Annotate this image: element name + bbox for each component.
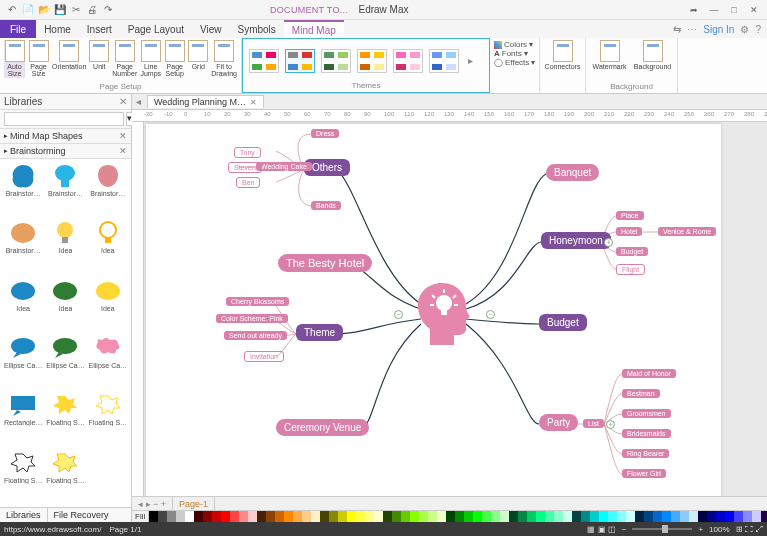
node-hm-hotel[interactable]: Hotel [616, 227, 642, 236]
shape-idea-5[interactable]: Idea [88, 277, 128, 332]
color-swatch[interactable] [599, 511, 608, 522]
zoom-in-icon[interactable]: + [698, 525, 703, 534]
color-swatch[interactable] [581, 511, 590, 522]
color-swatch[interactable] [158, 511, 167, 522]
node-venice[interactable]: Venice & Rome [658, 227, 716, 236]
tab-page-layout[interactable]: Page Layout [120, 20, 192, 38]
color-swatch[interactable] [698, 511, 707, 522]
color-swatch[interactable] [392, 511, 401, 522]
fonts-dropdown[interactable]: AFonts▾ [494, 49, 528, 58]
page-tab-nav[interactable]: ◂ ▸ − + [132, 497, 173, 510]
color-swatch[interactable] [725, 511, 734, 522]
status-view-icons[interactable]: ▦ ▣ ◫ [587, 525, 615, 534]
color-swatch[interactable] [617, 511, 626, 522]
fit-to-drawing-button[interactable]: Fit to Drawing [211, 40, 237, 78]
color-swatch[interactable] [347, 511, 356, 522]
node-theme[interactable]: Theme [296, 324, 343, 341]
signin-link[interactable]: Sign In [703, 24, 734, 35]
theme-3[interactable] [321, 49, 351, 73]
document-tab[interactable]: Wedding Planning M… ✕ [147, 95, 264, 108]
tab-symbols[interactable]: Symbols [230, 20, 284, 38]
qat-print-icon[interactable]: 🖨 [86, 4, 98, 16]
status-right-icons[interactable]: ⊞ ⛶ ⤢ [736, 525, 763, 534]
tab-mind-map[interactable]: Mind Map [284, 20, 344, 38]
shape-rect-1[interactable]: Rectangle… [3, 391, 43, 446]
theme-4[interactable] [357, 49, 387, 73]
color-swatch[interactable] [239, 511, 248, 522]
node-tony[interactable]: Tony [234, 147, 261, 158]
node-steven[interactable]: Steven [228, 162, 262, 173]
color-swatch[interactable] [761, 511, 767, 522]
zoom-slider[interactable] [632, 528, 692, 530]
shape-brain-1[interactable]: Brainstor… [3, 162, 43, 217]
node-venue[interactable]: Ceremony Venue [276, 419, 369, 436]
library-close-icon[interactable]: ✕ [119, 96, 127, 107]
color-swatch[interactable] [194, 511, 203, 522]
connectors-button[interactable]: Connectors [544, 40, 581, 70]
share-icon[interactable]: ➦ [685, 5, 703, 15]
node-hm-budget[interactable]: Budget [616, 247, 648, 256]
color-swatch[interactable] [545, 511, 554, 522]
shape-ellipse-3[interactable]: Ellipse Ca… [88, 334, 128, 389]
color-swatch[interactable] [428, 511, 437, 522]
color-swatch[interactable] [491, 511, 500, 522]
color-swatch[interactable] [320, 511, 329, 522]
maximize-icon[interactable]: □ [725, 5, 743, 15]
tab-home[interactable]: Home [36, 20, 79, 38]
page-setup-button[interactable]: Page Setup [164, 40, 185, 78]
node-cherry[interactable]: Cherry Blossoms [226, 297, 289, 306]
color-swatch[interactable] [473, 511, 482, 522]
shape-float-1[interactable]: Floating S… [45, 391, 85, 446]
color-swatch[interactable] [212, 511, 221, 522]
color-swatch[interactable] [203, 511, 212, 522]
node-flight[interactable]: Flight [616, 264, 645, 275]
minimize-icon[interactable]: — [705, 5, 723, 15]
color-swatch[interactable] [365, 511, 374, 522]
grid-button[interactable]: Grid [188, 40, 208, 70]
drawing-page[interactable]: Others Dress Tony Wedding Cake Steven Be… [146, 124, 721, 496]
color-swatch[interactable] [293, 511, 302, 522]
node-hotel[interactable]: The Besty Hotel [278, 254, 372, 272]
lib-cat-mindmap[interactable]: ▸Mind Map Shapes✕ [0, 129, 131, 144]
node-invitation[interactable]: Invitation [244, 351, 284, 362]
orientation-button[interactable]: Orientation [52, 40, 86, 70]
color-swatch[interactable] [554, 511, 563, 522]
theme-1[interactable] [249, 49, 279, 73]
color-swatch[interactable] [662, 511, 671, 522]
theme-6[interactable] [429, 49, 459, 73]
node-bands[interactable]: Bands [311, 201, 341, 210]
shape-brain-3[interactable]: Brainstor… [88, 162, 128, 217]
color-swatch[interactable] [437, 511, 446, 522]
color-swatch[interactable] [752, 511, 761, 522]
library-search-input[interactable] [4, 112, 124, 126]
scrollbar-horizontal[interactable] [215, 497, 767, 510]
node-sendout[interactable]: Send out already [224, 331, 287, 340]
settings-icon[interactable]: ⚙ [740, 24, 749, 35]
color-swatch[interactable] [446, 511, 455, 522]
document-tab-close-icon[interactable]: ✕ [250, 98, 257, 107]
theme-5[interactable] [393, 49, 423, 73]
color-swatch[interactable] [338, 511, 347, 522]
color-swatch[interactable] [743, 511, 752, 522]
shape-idea-2[interactable]: Idea [88, 219, 128, 274]
color-swatch[interactable] [401, 511, 410, 522]
color-swatch[interactable] [284, 511, 293, 522]
qat-undo-icon[interactable]: ↶ [6, 4, 18, 16]
color-swatch[interactable] [716, 511, 725, 522]
color-swatch[interactable] [410, 511, 419, 522]
qat-save-icon[interactable]: 💾 [54, 4, 66, 16]
color-swatch[interactable] [644, 511, 653, 522]
color-swatch[interactable] [536, 511, 545, 522]
color-swatch[interactable] [482, 511, 491, 522]
expand-handle-list[interactable]: + [606, 420, 615, 429]
page-number-button[interactable]: Page Number [112, 40, 137, 78]
node-party[interactable]: Party [539, 414, 578, 431]
node-colorscheme[interactable]: Color Scheme: Pink [216, 314, 288, 323]
qat-new-icon[interactable]: 📄 [22, 4, 34, 16]
color-swatch[interactable] [671, 511, 680, 522]
canvas[interactable]: Others Dress Tony Wedding Cake Steven Be… [132, 122, 767, 496]
doctab-prev-icon[interactable]: ◂ [132, 96, 145, 107]
page-tab-1[interactable]: Page-1 [173, 497, 215, 510]
shape-idea-4[interactable]: Idea [45, 277, 85, 332]
color-swatch[interactable] [248, 511, 257, 522]
